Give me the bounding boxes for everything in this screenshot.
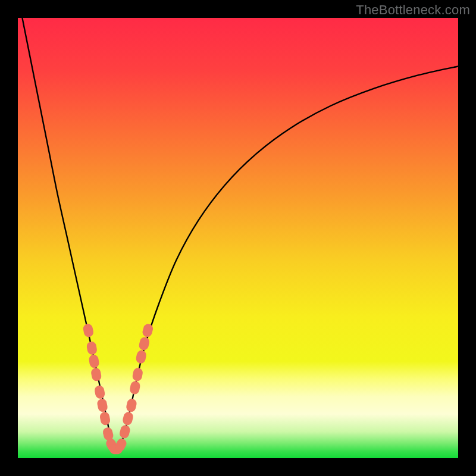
marker-pill [86,341,98,356]
curve-layer [18,18,458,458]
marker-pill [129,380,141,395]
marker-pill [118,424,131,439]
marker-pill [122,411,134,426]
marker-pill [96,398,108,413]
watermark-text: TheBottleneck.com [356,2,470,18]
marker-pill [99,411,111,426]
marker-pill [131,367,143,382]
marker-pill [142,323,154,338]
marker-pill [88,354,99,368]
marker-pill [135,349,147,364]
marker-pill [126,398,137,413]
plot-area [18,18,458,458]
bottleneck-curve [22,18,458,451]
marker-pill [90,367,102,382]
chart-frame: TheBottleneck.com [0,0,476,476]
marker-pill [138,336,151,351]
marker-pill [94,385,106,400]
marker-group [82,323,154,454]
marker-pill [82,323,94,338]
